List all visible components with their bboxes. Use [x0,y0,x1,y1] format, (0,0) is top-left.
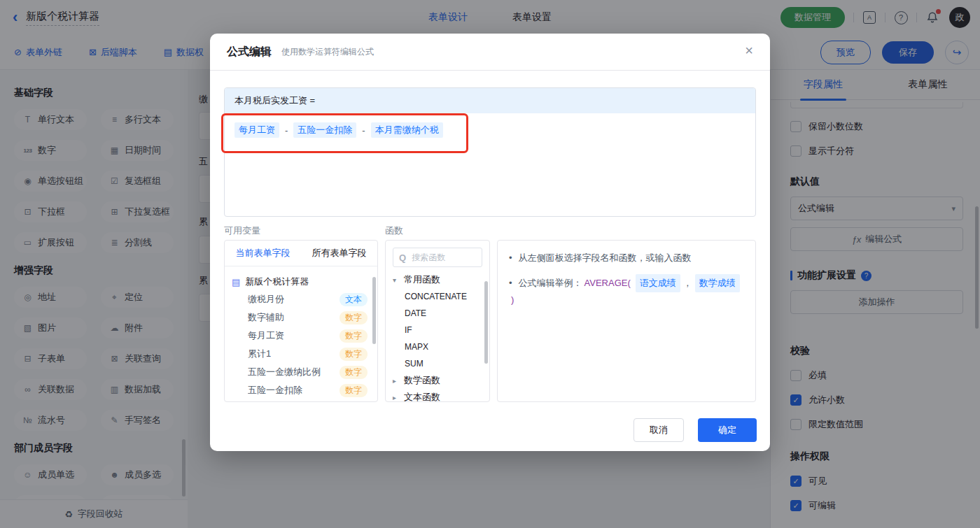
variable-row[interactable]: 数字辅助 数字 [232,308,372,327]
group-math-functions[interactable]: ▸ 数学函数 [386,372,489,389]
type-badge-number: 数字 [340,366,368,379]
formula-token-monthly-salary[interactable]: 每月工资 [234,122,279,138]
confirm-button[interactable]: 确定 [698,418,757,442]
functions-label: 函数 [385,224,403,237]
type-badge-number: 数字 [340,384,368,397]
search-input[interactable] [410,252,469,263]
chevron-down-icon: ▾ [393,276,400,284]
group-text-functions[interactable]: ▸ 文本函数 [386,389,489,402]
modal-header: 公式编辑 使用数学运算符编辑公式 × [210,34,770,71]
variables-scrollbar[interactable] [372,277,376,344]
example-arg-math-score: 数学成绩 [695,274,740,292]
document-icon: ▤ [232,277,240,287]
variable-row[interactable]: 五险一金扣除 数字 [232,381,372,399]
example-close-paren: ) [511,292,514,308]
function-search[interactable]: Q [393,248,482,267]
function-if[interactable]: IF [386,322,489,338]
chevron-right-icon: ▸ [393,394,400,401]
function-concatenate[interactable]: CONCATENATE [386,288,489,305]
formula-target-label: 本月税后实发工资 = [225,88,755,113]
modal-title: 公式编辑 [227,45,272,59]
cancel-button[interactable]: 取消 [634,418,684,442]
variable-row-clipped[interactable]: 数字 [232,399,372,402]
variables-panel: 当前表单字段 所有表单字段 ▤ 新版个税计算器 缴税月份 文本 数字辅助 数字 [224,240,378,402]
formula-input-area[interactable]: 每月工资 - 五险一金扣除 - 本月需缴纳个税 [225,113,755,147]
tab-current-form-fields[interactable]: 当前表单字段 [225,241,301,266]
search-icon: Q [399,252,406,263]
function-mapx[interactable]: MAPX [386,338,489,355]
type-badge-number: 数字 [340,402,368,403]
type-badge-number: 数字 [340,329,368,343]
example-arg-chinese-score: 语文成绩 [636,274,680,292]
type-badge-number: 数字 [340,348,368,361]
function-sum[interactable]: SUM [386,355,489,372]
type-badge-text: 文本 [340,293,368,306]
function-date[interactable]: DATE [386,305,489,322]
close-icon[interactable]: × [745,43,753,57]
chevron-right-icon: ▸ [393,377,400,385]
formula-editor: 本月税后实发工资 = 每月工资 - 五险一金扣除 - 本月需缴纳个税 [224,87,756,217]
variable-row[interactable]: 累计1 数字 [232,345,372,363]
formula-token-insurance-deduction[interactable]: 五险一金扣除 [293,122,356,138]
functions-panel: Q ▾ 常用函数 CONCATENATE DATE IF MAPX SUM ▸ … [385,240,490,402]
formula-token-monthly-tax[interactable]: 本月需缴纳个税 [371,122,443,138]
variable-row[interactable]: 五险一金缴纳比例 数字 [232,363,372,381]
modal-subtitle: 使用数学运算符编辑公式 [281,46,374,58]
minus-operator: - [285,125,288,136]
group-common-functions[interactable]: ▾ 常用函数 [386,271,489,288]
type-badge-number: 数字 [340,311,368,324]
tip-line-1: • 从左侧面板选择字段名和函数，或输入函数 [509,250,744,266]
tips-panel: • 从左侧面板选择字段名和函数，或输入函数 • 公式编辑举例： AVERAGE(… [497,240,756,402]
variables-label: 可用变量 [224,224,385,237]
example-function-name: AVERAGE( [584,276,631,291]
bullet-icon: • [509,276,512,291]
variable-row[interactable]: 每月工资 数字 [232,327,372,345]
minus-operator: - [362,125,365,136]
app-screen: ‹ 新版个税计算器 表单设计 表单设置 数据管理 A ? 政 ⊘ 表单外链 [0,0,980,528]
variable-tree-root[interactable]: ▤ 新版个税计算器 [232,273,372,290]
bullet-icon: • [509,250,512,266]
formula-edit-modal: 公式编辑 使用数学运算符编辑公式 × 本月税后实发工资 = 每月工资 - 五险一… [210,34,770,451]
tip-line-2: • 公式编辑举例： AVERAGE( 语文成绩 ， 数学成绩 ) [509,274,744,308]
variable-row[interactable]: 缴税月份 文本 [232,290,372,308]
tab-all-form-fields[interactable]: 所有表单字段 [301,241,377,266]
functions-scrollbar[interactable] [484,281,488,364]
